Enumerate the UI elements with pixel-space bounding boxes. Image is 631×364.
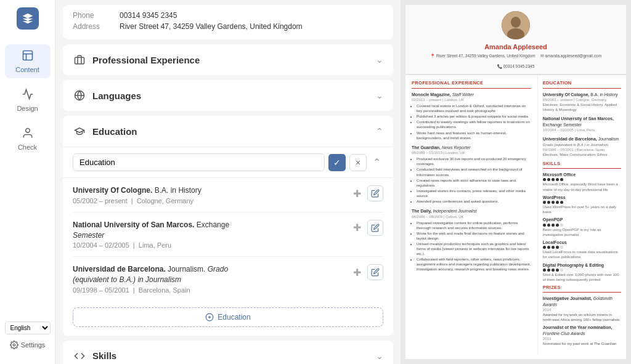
resume-job-0: Monocle Magazine, Staff Writer 02/2013 –…: [412, 92, 531, 140]
languages-header[interactable]: Languages ⌄: [63, 80, 393, 111]
globe-icon: [73, 89, 86, 102]
skill-3-dots: [543, 246, 621, 249]
resume-job-2: The Daily, Independent Journalist 08/200…: [412, 208, 531, 272]
education-entry-0: University Of Cologne. B.A. in History 0…: [73, 178, 383, 212]
svg-point-3: [25, 129, 30, 133]
resume-prize-0: Investigative Journalist, Goldsmith Awar…: [543, 296, 621, 322]
skill-4-name: Digital Photography & Editing: [543, 262, 621, 268]
resume-edu-0-note: Electives: Economic & Social History, Ap…: [543, 102, 621, 112]
resume-edu-2-sub: Grado (equivalent to B.A.) in Journalism: [543, 142, 621, 147]
edu-entry-2-meta: 09/1998 – 05/2001 | Barcelona, Spain: [73, 286, 347, 294]
resume-skills-title: Skills: [543, 161, 621, 169]
check-icon: [22, 127, 34, 141]
skills-title: Skills: [92, 350, 116, 361]
edu-entry-0-title: University Of Cologne. B.A. in History: [73, 185, 347, 196]
resume-job-0-bullets: Covered local events in London & Oxford,…: [412, 103, 531, 140]
drag-handle-2[interactable]: ✚: [352, 265, 362, 280]
edit-button-1[interactable]: [367, 220, 383, 236]
sidebar-item-content-label: Content: [15, 66, 39, 73]
skills-header-left: Skills: [73, 349, 116, 363]
edit-button-0[interactable]: [367, 185, 383, 201]
skill-0-desc: Microsoft Office, especially Word have b…: [543, 182, 621, 192]
resume-right-column: Education University Of Cologne, B.A. in…: [538, 75, 626, 354]
education-cancel-button[interactable]: ×: [349, 154, 367, 171]
edu-entry-0-actions: ✚: [352, 185, 383, 201]
skill-4-desc: Shot & Edited over 3,000 photos with ove…: [543, 272, 621, 282]
sidebar-item-check[interactable]: Check: [5, 122, 51, 156]
sidebar-item-design[interactable]: Design: [5, 83, 51, 117]
skill-4-dots: [543, 269, 621, 272]
resume-edu-1: National University of San Marcos, Excha…: [543, 116, 621, 132]
resume-job-2-bullets: Prepared investigative content for onlin…: [412, 220, 531, 272]
resume-job-2-date: 08/2006 – 08/2009 | Oxford, UK: [412, 214, 531, 219]
phone-label: Phone: [73, 11, 110, 20]
sidebar-item-design-label: Design: [17, 105, 38, 112]
education-header[interactable]: Education ⌃: [63, 116, 393, 147]
education-chevron: ⌃: [376, 126, 383, 136]
edu-entry-2-info: Universidad de Barcelona. Journalism. Gr…: [73, 264, 347, 294]
resume-prof-exp-title: Professional Experience: [412, 80, 531, 88]
drag-handle-1[interactable]: ✚: [352, 220, 362, 235]
resume-job-1-title: The Guardian, News Reporter: [412, 145, 531, 150]
phone-row: Phone 00314 9345 2345: [73, 11, 383, 20]
resume-skill-2: OpenPGP Been using OpenPGP in my role as…: [543, 217, 621, 237]
languages-section: Languages ⌄: [63, 80, 393, 111]
resume-edu-1-title: National University of San Marcos, Excha…: [543, 116, 621, 127]
skill-1-name: WordPress: [543, 195, 621, 200]
resume-header: Amanda Appleseed 📍 River Street 47, 3425…: [405, 5, 626, 75]
skills-icon: [73, 349, 86, 363]
skill-2-desc: Been using OpenPGP in my role as investi…: [543, 227, 621, 237]
svg-rect-0: [23, 51, 32, 60]
education-input-row: ✓ × ⌃: [63, 147, 393, 178]
resume-edu-2: Universidad de Barcelona, Journalism Gra…: [543, 136, 621, 157]
edu-entry-2-actions: ✚: [352, 264, 383, 280]
sidebar-bottom: English Settings: [0, 317, 55, 357]
resume-name: Amanda Appleseed: [484, 42, 547, 52]
language-select[interactable]: English: [5, 322, 51, 334]
education-entry-1: National University of San Marcos. Excha…: [73, 212, 383, 257]
edu-entry-1-actions: ✚: [352, 220, 383, 236]
phone-value: 00314 9345 2345: [120, 11, 177, 20]
professional-experience-chevron: ⌄: [376, 55, 383, 65]
skills-header[interactable]: Skills ⌄: [63, 341, 393, 364]
resume-avatar: [502, 11, 530, 39]
education-input[interactable]: [73, 153, 325, 171]
languages-chevron: ⌄: [376, 91, 383, 100]
skill-2-dots: [543, 224, 621, 227]
svg-point-12: [511, 17, 521, 28]
edit-button-2[interactable]: [367, 264, 383, 280]
education-collapse-button[interactable]: ⌃: [370, 156, 383, 168]
edu-entry-1-info: National University of San Marcos. Excha…: [73, 220, 347, 249]
professional-experience-header[interactable]: Professional Experience ⌄: [63, 44, 393, 75]
skills-chevron: ⌄: [376, 351, 383, 361]
education-entry-2: Universidad de Barcelona. Journalism. Gr…: [73, 257, 383, 301]
resume-phone: 📞 00314 9345 2345: [497, 64, 535, 70]
skill-3-name: LocalFocus: [543, 240, 621, 245]
resume-email: ✉ amanda.appleseed@gmail.com: [540, 54, 602, 59]
add-education-button[interactable]: Education: [73, 307, 383, 327]
settings-button[interactable]: Settings: [7, 338, 48, 352]
prize-0-year: 2014: [543, 307, 621, 312]
resume-left-column: Professional Experience Monocle Magazine…: [405, 75, 538, 354]
resume-edu-2-date: 09/1998 – 05/2001 | Barcelona, Spain: [543, 147, 621, 152]
resume-skill-3: LocalFocus Used LocalFocus to create dat…: [543, 240, 621, 260]
education-confirm-button[interactable]: ✓: [328, 154, 346, 171]
education-header-left: Education: [73, 124, 137, 138]
languages-title: Languages: [92, 91, 141, 101]
briefcase-icon: [73, 53, 86, 67]
professional-experience-header-left: Professional Experience: [73, 53, 200, 67]
sidebar-item-content[interactable]: Content: [5, 44, 51, 78]
skill-1-dots: [543, 201, 621, 204]
resume-job-1-bullets: Produced exclusive 30 live reports and c…: [412, 156, 531, 204]
resume-edu-2-title: Universidad de Barcelona, Journalism: [543, 136, 621, 142]
sidebar: Content Design Check English Settings: [0, 0, 55, 364]
skills-section: Skills ⌄: [63, 341, 393, 364]
skill-0-name: Microsoft Office: [543, 172, 621, 177]
skill-2-name: OpenPGP: [543, 217, 621, 222]
resume-edu-1-date: 10/2004 – 02/2005 | Lima, Peru: [543, 127, 621, 132]
resume-edu-title-header: Education: [543, 80, 621, 88]
drag-handle-0[interactable]: ✚: [352, 187, 362, 201]
skill-0-dots: [543, 178, 621, 181]
app-logo: [17, 7, 39, 30]
prize-1-year: 2013: [543, 336, 621, 341]
